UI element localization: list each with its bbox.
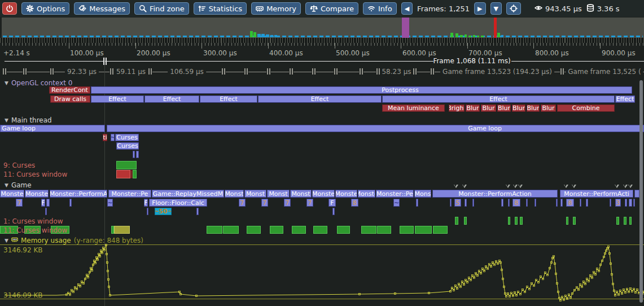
zone-bar[interactable] bbox=[580, 199, 581, 207]
zone-bar[interactable]: Monste bbox=[358, 190, 375, 198]
frame-duration-label[interactable]: 92.33 µs bbox=[65, 68, 99, 76]
lock-held-bar[interactable] bbox=[515, 217, 518, 225]
histogram-bar[interactable] bbox=[481, 36, 484, 37]
zone-bar[interactable]: Monste bbox=[312, 190, 335, 198]
gpu-zone-bar[interactable]: RenderCont bbox=[49, 86, 90, 94]
zone-bar[interactable] bbox=[634, 190, 639, 198]
lock-held-bar[interactable] bbox=[247, 226, 261, 234]
lock-held-bar[interactable] bbox=[415, 226, 432, 234]
lock-contended-bar[interactable] bbox=[114, 226, 130, 234]
gpu-zone-bar[interactable]: Blur bbox=[497, 104, 511, 112]
zone-bar[interactable]: Monste bbox=[25, 190, 49, 198]
zone-bar[interactable] bbox=[332, 208, 335, 215]
lock-held-bar[interactable] bbox=[270, 226, 283, 234]
zone-bar[interactable]: Effect bbox=[91, 95, 144, 103]
gpu-zone-bar[interactable]: Blur bbox=[541, 104, 556, 112]
message-marker-icon[interactable] bbox=[623, 185, 628, 188]
statistics-button[interactable]: Statistics bbox=[194, 2, 247, 15]
caret-down-button[interactable]: ▼ bbox=[490, 2, 502, 15]
folded-zone-bar[interactable]: ~ bbox=[107, 199, 113, 207]
lock-held-bar[interactable] bbox=[616, 217, 619, 225]
lock-held-bar[interactable] bbox=[508, 217, 510, 225]
vertical-scrollbar[interactable] bbox=[639, 80, 643, 303]
zone-bar[interactable]: Monster::PerformA bbox=[50, 190, 107, 198]
zone-bar[interactable]: Monst bbox=[225, 190, 244, 198]
frame-label[interactable]: Frame 1,068 (1.11 ms) bbox=[433, 57, 510, 65]
message-marker-icon[interactable] bbox=[628, 185, 633, 188]
collapse-triangle-icon[interactable]: ▼ bbox=[5, 80, 8, 86]
zone-bar[interactable]: Floor::Floor::Calc bbox=[149, 199, 207, 207]
collapse-triangle-icon[interactable]: ▼ bbox=[5, 117, 8, 123]
lock-held-bar[interactable] bbox=[377, 226, 391, 234]
zone-count-bar[interactable]: 8 bbox=[566, 199, 574, 207]
histogram-bar[interactable] bbox=[455, 33, 458, 37]
message-marker-icon[interactable] bbox=[454, 185, 458, 188]
zone-bar[interactable] bbox=[501, 199, 503, 207]
find-zone-button[interactable]: Find zone bbox=[134, 2, 189, 15]
zone-bar[interactable]: Game loop bbox=[107, 125, 644, 132]
zone-bar[interactable]: Curses bbox=[116, 142, 139, 150]
lock-held-bar[interactable] bbox=[433, 226, 448, 234]
collapse-triangle-icon[interactable]: ▼ bbox=[5, 238, 8, 243]
lock-held-bar[interactable] bbox=[313, 226, 327, 234]
power-button[interactable] bbox=[2, 2, 17, 15]
gpu-zone-bar[interactable]: Mean luminance bbox=[382, 104, 445, 112]
zone-bar[interactable] bbox=[526, 199, 528, 207]
zone-bar[interactable]: Postprocess bbox=[91, 86, 632, 94]
zone-count-bar[interactable]: 7 bbox=[261, 199, 268, 207]
frames-next-button[interactable]: ▶ bbox=[474, 2, 485, 15]
histogram-bar[interactable] bbox=[250, 31, 253, 37]
folded-zone-bar[interactable]: ~ bbox=[111, 134, 115, 141]
gpu-zone-bar[interactable]: Blur bbox=[512, 104, 525, 112]
message-marker-icon[interactable] bbox=[506, 185, 510, 188]
histogram-bar[interactable] bbox=[501, 35, 503, 37]
zone-bar[interactable] bbox=[629, 199, 632, 207]
message-marker-icon[interactable] bbox=[513, 185, 518, 188]
goto-frame-button[interactable] bbox=[506, 2, 521, 15]
zone-bar[interactable]: Monste bbox=[335, 190, 357, 198]
messages-button[interactable]: Messages bbox=[74, 2, 130, 15]
gpu-zone-bar[interactable]: Blur bbox=[527, 104, 540, 112]
zone-bar[interactable] bbox=[133, 151, 135, 158]
frame-duration-label[interactable]: Game frame 13,525 ( bbox=[566, 68, 643, 76]
zone-bar[interactable]: Curses bbox=[115, 134, 139, 141]
lock-held-bar[interactable] bbox=[292, 226, 306, 234]
options-button[interactable]: Options bbox=[21, 2, 69, 15]
histogram-bar[interactable] bbox=[274, 35, 277, 37]
zone-bar[interactable]: Effect bbox=[200, 95, 257, 103]
message-marker-icon[interactable] bbox=[572, 185, 576, 188]
gpu-zone-bar[interactable]: ti bbox=[103, 134, 107, 141]
lock-held-bar[interactable] bbox=[361, 226, 376, 234]
lock-held-bar[interactable] bbox=[566, 217, 568, 225]
frame-duration-label[interactable]: 106.59 µs bbox=[168, 68, 206, 76]
zone-bar[interactable]: Mons bbox=[414, 190, 431, 198]
zone-bar[interactable] bbox=[535, 199, 536, 207]
lock-held-bar[interactable] bbox=[133, 170, 137, 178]
histogram-bar[interactable] bbox=[468, 36, 471, 37]
zone-bar[interactable]: Game::ReplayMissedM bbox=[152, 190, 224, 198]
zone-bar[interactable] bbox=[465, 199, 467, 207]
message-marker-icon[interactable] bbox=[615, 185, 619, 188]
zone-bar[interactable] bbox=[586, 199, 588, 207]
zone-bar[interactable] bbox=[136, 151, 139, 158]
red-frame-band[interactable] bbox=[494, 18, 497, 38]
gpu-zone-bar[interactable]: Blur bbox=[466, 104, 480, 112]
zone-bar[interactable]: Effect bbox=[382, 95, 615, 103]
folded-zone-bar[interactable]: ~ bbox=[393, 199, 400, 207]
memory-usage-header[interactable]: ▼Memory usage(y-range: 848 bytes) bbox=[5, 236, 143, 244]
lock-held-bar[interactable] bbox=[629, 217, 632, 225]
zone-bar[interactable] bbox=[556, 199, 558, 207]
zone-bar[interactable] bbox=[69, 199, 72, 207]
gpu-zone-bar[interactable]: Blur bbox=[481, 104, 496, 112]
frames-prev-button[interactable]: ◀ bbox=[401, 2, 413, 15]
zone-count-bar[interactable]: 7 bbox=[16, 199, 23, 207]
zone-bar[interactable] bbox=[450, 199, 452, 207]
lock-held-bar[interactable] bbox=[455, 217, 458, 225]
zone-bar[interactable] bbox=[508, 199, 510, 207]
zone-bar[interactable] bbox=[46, 199, 50, 207]
gpu-zone-bar[interactable]: Bright bbox=[449, 104, 465, 112]
lock-held-bar[interactable] bbox=[223, 226, 239, 234]
lock-held-bar[interactable] bbox=[116, 161, 137, 169]
zone-count-bar[interactable]: 5 bbox=[454, 199, 461, 207]
lock-held-bar[interactable] bbox=[624, 217, 627, 225]
